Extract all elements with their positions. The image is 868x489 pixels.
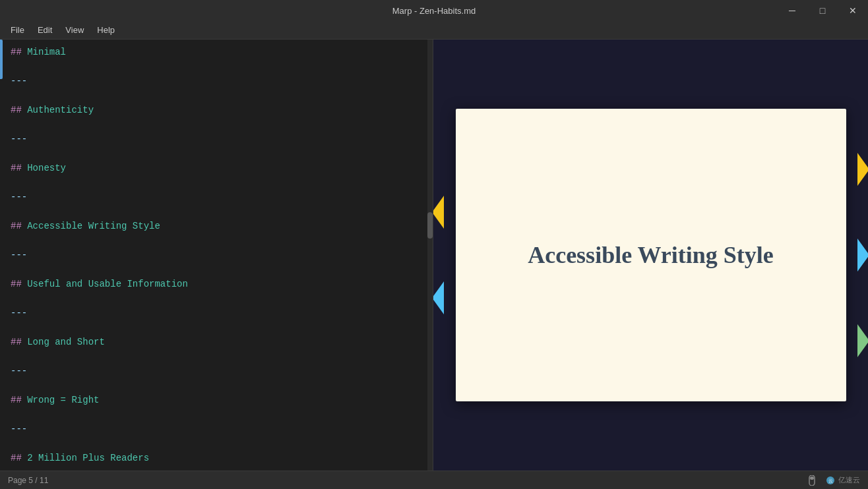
close-button[interactable]: ✕: [838, 0, 868, 21]
editor-line: ---: [0, 364, 433, 378]
watermark: 云 亿速云: [825, 475, 860, 486]
editor-line: ## 2 Million Plus Readers: [0, 451, 433, 465]
svg-rect-1: [810, 476, 814, 480]
editor-line: ---: [0, 248, 433, 262]
minimize-button[interactable]: ─: [777, 0, 807, 21]
menu-file[interactable]: File: [5, 24, 30, 36]
editor-line: ---: [0, 74, 433, 88]
editor-line: [0, 117, 433, 132]
editor-line: ## Wrong = Right: [0, 393, 433, 407]
svg-text:云: 云: [828, 478, 833, 483]
deco-tri-left-1: [433, 196, 444, 229]
main-content: <!-- $theme: gaia --> # What Makes Zen H…: [0, 40, 868, 471]
editor-scrollbar-thumb[interactable]: [427, 212, 433, 239]
title-bar: Marp - Zen-Habits.md ─ □ ✕: [0, 0, 868, 21]
editor-line: ---: [0, 190, 433, 204]
editor-line: [0, 378, 433, 393]
editor-line: [0, 88, 433, 103]
editor-line: ---: [0, 422, 433, 436]
watermark-text: 亿速云: [838, 475, 860, 485]
deco-tri-left-2: [433, 281, 444, 314]
editor-line: ## Accessible Writing Style: [0, 219, 433, 233]
left-indicator-bar: [0, 40, 3, 79]
menu-bar: File Edit View Help: [0, 21, 868, 40]
editor-pane[interactable]: <!-- $theme: gaia --> # What Makes Zen H…: [0, 40, 433, 471]
deco-right: [857, 153, 868, 357]
editor-line: [0, 233, 433, 248]
editor-line: [0, 146, 433, 161]
deco-left: [433, 196, 444, 314]
editor-line: ## Honesty: [0, 161, 433, 175]
deco-tri-right-2: [857, 239, 868, 272]
left-indicator: [0, 40, 3, 471]
slide-card: Accessible Writing Style: [456, 109, 846, 401]
editor-line: [0, 291, 433, 306]
deco-tri-right-1: [857, 153, 868, 186]
editor-line: [0, 59, 433, 74]
status-right: 云 亿速云: [804, 475, 860, 486]
editor-line: [0, 436, 433, 451]
menu-edit[interactable]: Edit: [32, 24, 57, 36]
deco-tri-right-3: [857, 324, 868, 357]
cloud-icon: 云: [825, 475, 836, 486]
maximize-button[interactable]: □: [807, 0, 838, 21]
preview-pane: Accessible Writing Style: [433, 40, 868, 471]
menu-view[interactable]: View: [60, 24, 89, 36]
title-bar-controls: ─ □ ✕: [777, 0, 868, 21]
editor-line: [0, 204, 433, 219]
editor-line: [0, 320, 433, 335]
title-bar-text: Marp - Zen-Habits.md: [392, 6, 476, 16]
editor-line: [0, 349, 433, 364]
editor-line: [0, 407, 433, 422]
editor-scroll[interactable]: <!-- $theme: gaia --> # What Makes Zen H…: [0, 40, 433, 471]
scroll-icon: [804, 475, 820, 486]
editor-scrollbar[interactable]: [427, 40, 433, 471]
editor-line: [0, 40, 433, 45]
editor-line: ## Long and Short: [0, 335, 433, 349]
editor-line: ---: [0, 132, 433, 146]
editor-line: ---: [0, 306, 433, 320]
page-info: Page 5 / 11: [8, 476, 48, 485]
editor-line: ## Minimal: [0, 45, 433, 59]
status-bar: Page 5 / 11 云 亿速云: [0, 471, 868, 489]
slide-title: Accessible Writing Style: [514, 228, 787, 282]
editor-line: ## Authenticity: [0, 103, 433, 117]
editor-line: [0, 262, 433, 277]
editor-line: [0, 175, 433, 190]
editor-line: ## Useful and Usable Information: [0, 277, 433, 291]
menu-help[interactable]: Help: [92, 24, 120, 36]
